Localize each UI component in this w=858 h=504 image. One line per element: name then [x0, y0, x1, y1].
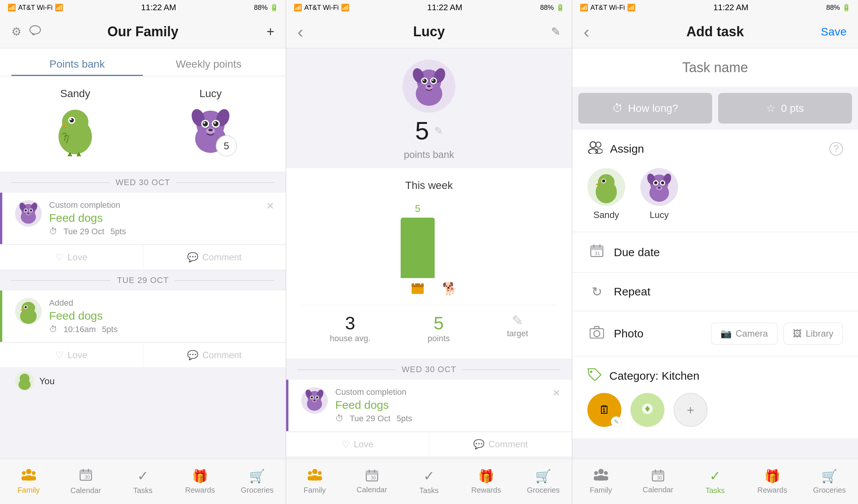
nav-groceries-lucy[interactable]: 🛒 Groceries	[515, 468, 572, 495]
rewards-icon-lucy: 🎁	[478, 468, 494, 484]
svg-point-28	[27, 213, 29, 214]
add-button[interactable]: +	[266, 24, 274, 40]
task-name-section	[572, 48, 858, 87]
category-add[interactable]: +	[674, 393, 708, 427]
assign-sandy-avatar	[587, 168, 625, 206]
library-label: Library	[806, 328, 833, 339]
comment-button-2[interactable]: 💬 Comment	[143, 343, 286, 367]
comment-button-1[interactable]: 💬 Comment	[143, 245, 286, 269]
svg-point-31	[22, 302, 35, 314]
nav-tasks-1[interactable]: ✓ Tasks	[114, 468, 171, 495]
svg-point-103	[658, 187, 661, 189]
lucy-act-title: Feed dogs	[335, 399, 545, 411]
nav-tasks-lucy[interactable]: ✓ Tasks	[400, 468, 457, 495]
lucy-activity-item: Custom completion Feed dogs ⏱ Tue 29 Oct…	[286, 380, 572, 456]
nav-calendar-1[interactable]: 30 Calendar	[57, 468, 114, 495]
svg-point-39	[22, 471, 26, 475]
chart-bar	[401, 218, 435, 278]
love-button-lucy[interactable]: ♡ Love	[286, 432, 429, 456]
assign-lucy[interactable]: Lucy	[640, 168, 678, 220]
nav-rewards-1[interactable]: 🎁 Rewards	[172, 468, 229, 495]
lucy-avatar-container[interactable]: 5	[184, 104, 237, 156]
activity-pts-2: 5pts	[102, 325, 118, 334]
nav-groceries-task[interactable]: 🛒 Groceries	[801, 468, 858, 495]
svg-point-41	[32, 471, 36, 475]
how-long-button[interactable]: ⏱ How long?	[578, 93, 712, 124]
task-options-row: ⏱ How long? ☆ 0 pts	[572, 93, 858, 124]
activity-label-1: Custom completion	[49, 200, 259, 210]
lucy-points-bank-label: points bank	[404, 149, 454, 161]
edit-button-lucy[interactable]: ✎	[551, 25, 561, 38]
lucy-activity-content: Custom completion Feed dogs ⏱ Tue 29 Oct…	[286, 380, 572, 431]
carrier-icons-1: 📶 AT&T Wi-Fi 📶	[8, 3, 63, 12]
nav-calendar-task[interactable]: 30 Calendar	[629, 469, 686, 494]
nav-rewards-lucy[interactable]: 🎁 Rewards	[458, 468, 515, 495]
lucy-profile-header: 5 ✎ points bank	[286, 48, 572, 168]
lucy-act-pts: 5pts	[396, 414, 412, 424]
calendar-label-1: Calendar	[70, 486, 101, 495]
close-icon-1[interactable]: ✕	[266, 200, 274, 212]
lucy-act-label: Custom completion	[335, 387, 545, 397]
nav-tasks-task[interactable]: ✓ Tasks	[686, 468, 743, 495]
nav-right-family: +	[244, 24, 274, 40]
wifi-icon-3: 📶	[627, 3, 635, 12]
repeat-section[interactable]: ↻ Repeat	[572, 273, 858, 311]
gear-button[interactable]: ⚙	[11, 25, 22, 38]
bottom-nav-lucy: Family 30 Calendar ✓ Tasks	[286, 459, 572, 504]
close-lucy[interactable]: ✕	[552, 387, 561, 399]
svg-rect-120	[652, 471, 664, 475]
points-value: 5	[427, 313, 450, 334]
tab-points-bank[interactable]: Points bank	[11, 52, 143, 76]
love-button-2[interactable]: ♡ Love	[0, 343, 143, 367]
category-kitchen[interactable]: 🗓 ✎	[587, 393, 621, 427]
back-button-lucy[interactable]: ‹	[297, 22, 303, 42]
category-edit-badge[interactable]: ✎	[611, 416, 621, 427]
sandy-avatar-container[interactable]	[49, 104, 102, 156]
time-1: 11:22 AM	[141, 3, 176, 12]
calendar-31-icon: 31	[587, 244, 606, 261]
target-label: target	[507, 329, 528, 339]
target-edit-icon[interactable]: ✎	[507, 313, 528, 329]
assign-sandy[interactable]: Sandy	[587, 168, 625, 220]
library-button[interactable]: 🖼 Library	[784, 323, 843, 345]
you-mini-avatar	[15, 372, 34, 391]
family-scroll: Sandy	[0, 76, 286, 459]
svg-text:30: 30	[371, 475, 376, 481]
svg-point-74	[313, 400, 316, 401]
nav-rewards-task[interactable]: 🎁 Rewards	[744, 468, 801, 495]
comment-button-lucy[interactable]: 💬 Comment	[429, 432, 572, 456]
family-label-1: Family	[17, 486, 40, 495]
save-button[interactable]: Save	[821, 25, 847, 38]
chat-button[interactable]	[29, 25, 41, 38]
activity-content-lucy: Custom completion Feed dogs ⏱ Tue 29 Oct…	[49, 200, 259, 237]
category-other[interactable]	[630, 393, 664, 427]
sandy-name: Sandy	[60, 88, 90, 100]
camera-button[interactable]: 📷 Camera	[711, 323, 777, 345]
back-button-add-task[interactable]: ‹	[584, 22, 589, 42]
pts-button[interactable]: ☆ 0 pts	[718, 93, 852, 124]
nav-groceries-1[interactable]: 🛒 Groceries	[229, 468, 286, 495]
carrier-2: AT&T Wi-Fi	[304, 4, 339, 12]
nav-family-lucy[interactable]: Family	[286, 468, 343, 495]
nav-family-task[interactable]: Family	[572, 468, 629, 495]
nav-family-1[interactable]: Family	[0, 468, 57, 495]
lucy-profile-avatar[interactable]	[403, 60, 455, 113]
love-button-1[interactable]: ♡ Love	[0, 245, 143, 269]
tab-weekly-points[interactable]: Weekly points	[143, 52, 274, 76]
signal-icon-3: 📶	[580, 3, 588, 12]
task-name-input[interactable]	[587, 60, 843, 76]
activity-actions-2: ♡ Love 💬 Comment	[0, 343, 286, 367]
house-avg-value: 3	[330, 313, 371, 334]
chart-bar-value: 5	[415, 203, 420, 215]
nav-calendar-lucy[interactable]: 30 Calendar	[343, 469, 400, 494]
lucy-edit-icon[interactable]: ✎	[434, 125, 443, 137]
chart-bar-bottom-icon	[411, 281, 424, 297]
calendar-icon-1: 30	[79, 468, 92, 484]
family-label-task: Family	[590, 486, 612, 495]
chart-card: This week 5	[286, 168, 572, 359]
tasks-label-1: Tasks	[133, 486, 152, 495]
activity-item-2: Added Feed dogs ⏱ 10:16am 5pts ♡ Love	[0, 291, 286, 367]
due-date-section[interactable]: 31 Due date	[572, 232, 858, 272]
help-icon[interactable]: ?	[829, 142, 843, 156]
svg-point-86	[590, 142, 596, 148]
